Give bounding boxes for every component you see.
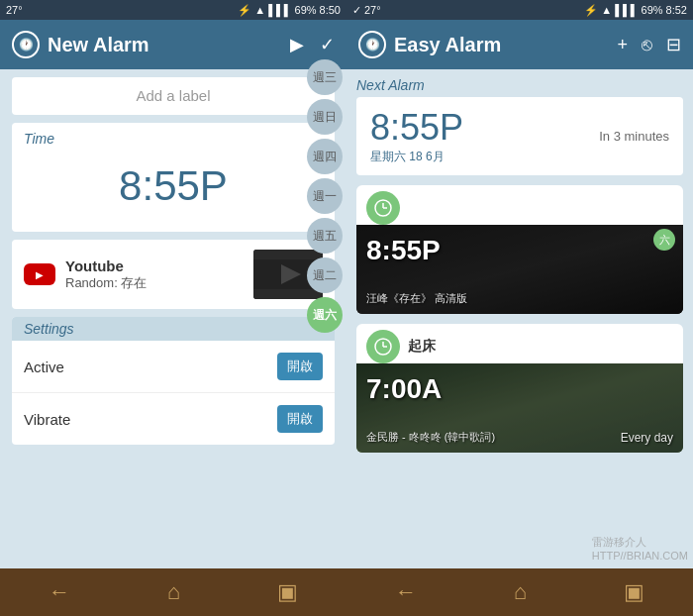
right-back-button[interactable]: ← [395,579,417,605]
right-page-title: Easy Alarm [394,34,501,56]
settings-vibrate-row: Vibrate 開啟 [12,393,335,445]
right-settings-button[interactable]: ⊟ [666,34,681,55]
right-bluetooth-icon: ⚡ [584,4,598,17]
next-alarm-info: 8:55P 星期六 18 6月 [370,107,463,165]
next-alarm-time: 8:55P [370,107,463,149]
right-status-left: ✓ 27° [352,4,381,17]
right-check-icon: ✓ [352,4,361,17]
signal-icon: ▌▌▌ [268,4,291,16]
alarm1-card-body: 8:55P 汪峰《存在》 高清版 六 [356,225,683,314]
left-content-area: Add a label Time 8:55P ▶ Youtube Random:… [0,69,346,568]
alarm2-song: 金民勝 - 咚咚咚 (韓中歌詞) [366,430,495,445]
alarm1-clock-icon [366,191,400,225]
day-sat[interactable]: 週六 [307,297,343,333]
right-temperature: 27° [364,4,381,16]
alarm-clock-icon: 🕐 [12,31,40,58]
left-top-bar: 🕐 New Alarm ▶ ✓ [0,20,346,69]
youtube-icon: ▶ [24,263,55,285]
music-random-label: Random: 存在 [65,274,244,292]
right-bottom-nav: ← ⌂ ▣ [346,568,693,616]
right-recent-button[interactable]: ▣ [624,579,644,605]
day-wed[interactable]: 週三 [307,59,343,95]
active-label: Active [24,359,64,375]
wifi-icon: ▲ [254,4,265,16]
day-fri[interactable]: 週五 [307,218,343,254]
status-bar-left: 27° [6,4,23,16]
right-home-button[interactable]: ⌂ [514,579,527,605]
status-bar-right: ⚡ ▲ ▌▌▌ 69% 8:50 [238,4,341,17]
alarm2-clock-icon [366,330,400,363]
top-bar-left: 🕐 New Alarm [12,31,149,58]
next-alarm-countdown: In 3 minutes [599,129,669,144]
left-status-bar: 27° ⚡ ▲ ▌▌▌ 69% 8:50 [0,0,346,20]
confirm-button[interactable]: ✓ [320,34,335,55]
day-tue[interactable]: 週二 [307,257,343,293]
bluetooth-icon: ⚡ [238,4,251,17]
share-button[interactable]: ⎋ [642,35,652,55]
home-button[interactable]: ⌂ [167,579,180,605]
right-battery: 69% [642,4,663,16]
page-title: New Alarm [48,34,149,56]
label-section[interactable]: Add a label [12,77,335,115]
alarm-card-2[interactable]: 起床 [356,324,683,453]
left-bottom-nav: ← ⌂ ▣ [0,568,346,616]
back-button[interactable]: ← [49,579,70,605]
alarm2-card-body: 7:00A 金民勝 - 咚咚咚 (韓中歌詞) Every day [356,363,683,453]
top-bar-actions: ▶ ✓ [290,34,335,55]
alarm2-time: 7:00A [366,373,442,405]
music-info: Youtube Random: 存在 [65,257,244,292]
music-platform: Youtube [65,257,244,274]
right-top-actions: + ⎋ ⊟ [617,34,681,55]
right-top-left: 🕐 Easy Alarm [358,31,501,58]
right-panel: ✓ 27° ⚡ ▲ ▌▌▌ 69% 8:52 🕐 Easy Alarm + ⎋ … [346,0,693,616]
alarm1-day-badge: 六 [653,229,675,251]
play-button[interactable]: ▶ [290,34,304,55]
vibrate-toggle[interactable]: 開啟 [277,405,323,433]
alarm1-time: 8:55P [366,235,441,266]
right-content: Next Alarm 8:55P 星期六 18 6月 In 3 minutes [346,69,693,568]
alarm-card-1[interactable]: 8:55P 汪峰《存在》 高清版 六 [356,185,683,314]
music-section[interactable]: ▶ Youtube Random: 存在 [12,240,335,309]
right-top-bar: 🕐 Easy Alarm + ⎋ ⊟ [346,20,693,69]
next-alarm-label: Next Alarm [356,77,683,93]
right-clock-time: 8:52 [666,4,687,16]
battery-level: 69% [295,4,317,16]
day-sun[interactable]: 週日 [307,99,343,135]
vibrate-label: Vibrate [24,411,70,428]
days-overlay: 週三 週日 週四 週一 週五 週二 週六 [307,59,343,333]
settings-header: Settings [12,317,335,341]
alarm2-everyday: Every day [621,431,673,445]
settings-section: Settings Active 開啟 Vibrate 開啟 [12,317,335,445]
active-toggle[interactable]: 開啟 [277,353,323,380]
temperature: 27° [6,4,23,16]
right-wifi-icon: ▲ [601,4,612,16]
next-alarm-box: 8:55P 星期六 18 6月 In 3 minutes [356,97,683,175]
alarm2-title: 起床 [408,338,436,356]
time-section: Time 8:55P [12,123,335,232]
next-alarm-date: 星期六 18 6月 [370,149,463,165]
time-section-header: Time [24,131,323,147]
day-thu[interactable]: 週四 [307,139,343,174]
settings-active-row: Active 開啟 [12,341,335,393]
label-input-placeholder[interactable]: Add a label [136,87,210,104]
time-display[interactable]: 8:55P [24,153,323,220]
right-status-right: ⚡ ▲ ▌▌▌ 69% 8:52 [584,4,687,17]
right-clock-icon: 🕐 [358,31,386,58]
right-status-bar: ✓ 27° ⚡ ▲ ▌▌▌ 69% 8:52 [346,0,693,20]
alarm1-song: 汪峰《存在》 高清版 [366,291,467,306]
watermark: 雷游移介人HTTP//BRIAN.COM [592,535,688,562]
clock-time: 8:50 [320,4,341,16]
recent-button[interactable]: ▣ [277,579,298,605]
left-panel: 27° ⚡ ▲ ▌▌▌ 69% 8:50 🕐 New Alarm ▶ ✓ 週三 … [0,0,346,616]
right-signal-icon: ▌▌▌ [615,4,638,16]
add-alarm-button[interactable]: + [617,35,628,55]
day-mon[interactable]: 週一 [307,178,343,214]
